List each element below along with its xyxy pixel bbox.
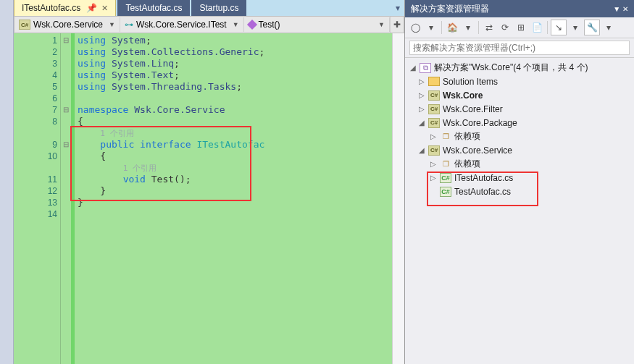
expand-toggle[interactable]: ▷ (430, 132, 437, 140)
split-editor-button[interactable]: ✚ (390, 17, 404, 33)
tab-startup[interactable]: Startup.cs (191, 0, 246, 17)
tab-label: Startup.cs (199, 3, 238, 13)
properties-button[interactable]: ▾ (568, 20, 583, 35)
project-node-filter[interactable]: ▷ C# Wsk.Core.Filter (406, 102, 633, 116)
node-label: 依赖项 (454, 130, 480, 143)
document-tabs: ITestAutofac.cs 📌 ✕ TestAutofac.cs Start… (14, 0, 404, 16)
expand-toggle[interactable]: ▷ (418, 77, 425, 85)
sync-button[interactable]: ⇄ (482, 20, 496, 35)
csharp-project-icon: C# (19, 20, 30, 30)
csharp-project-icon: C# (428, 90, 440, 101)
expand-toggle[interactable]: ◢ (418, 146, 425, 154)
show-all-button[interactable]: 📄 (530, 20, 544, 35)
dependencies-node[interactable]: ▷ ❒ 依赖项 (406, 130, 633, 143)
line-number-gutter: 123 456 78 910 111213 14 (14, 33, 61, 364)
panel-title-bar[interactable]: 解决方案资源管理器 ▼ ✕ (405, 0, 634, 17)
switch-view-button[interactable]: ▾ (461, 20, 475, 35)
solution-explorer: 解决方案资源管理器 ▼ ✕ ◯ ▾ 🏠 ▾ ⇄ ⟳ ⊞ 📄 ↘ ▾ 🔧 ▾ ◢ (404, 0, 634, 364)
method-icon (247, 20, 257, 30)
crumb-type[interactable]: ⊶ Wsk.Core.Service.ITest ▼ (120, 17, 244, 32)
dependencies-icon: ❒ (440, 159, 451, 169)
expand-toggle[interactable]: ◢ (409, 64, 417, 72)
navigation-bar: C# Wsk.Core.Service ▼ ⊶ Wsk.Core.Service… (14, 16, 404, 33)
node-label: ITestAutofac.cs (454, 173, 513, 183)
left-sidebar-strip[interactable] (0, 0, 14, 364)
collapse-all-button[interactable]: ↘ (551, 20, 567, 35)
chevron-down-icon: ▼ (109, 21, 115, 28)
csharp-project-icon: C# (428, 118, 440, 128)
node-label: Wsk.Core.Service (443, 145, 512, 156)
project-node-wskcore[interactable]: ▷ C# Wsk.Core (406, 88, 633, 102)
crumb-label: Test() (259, 20, 280, 30)
folder-node[interactable]: ▷ Solution Items (406, 75, 633, 88)
filter-toggle-button[interactable]: ⊞ (514, 20, 528, 35)
node-label: Wsk.Core.Filter (443, 104, 503, 114)
editor-pane: ITestAutofac.cs 📌 ✕ TestAutofac.cs Start… (14, 0, 404, 364)
csharp-file-icon: C# (440, 173, 451, 183)
panel-menu-icon[interactable]: ▼ ✕ (613, 5, 628, 13)
panel-title: 解决方案资源管理器 (411, 3, 489, 15)
crumb-member[interactable]: Test() ▼ (244, 17, 390, 32)
tab-itestautofac[interactable]: ITestAutofac.cs 📌 ✕ (14, 0, 116, 17)
home-button[interactable]: 🏠 (445, 20, 459, 35)
code-editor[interactable]: 123 456 78 910 111213 14 ⊟ ⊟⊟ using Syst… (14, 33, 404, 364)
code-text[interactable]: using System; using System.Collections.G… (75, 33, 404, 364)
folder-icon (428, 77, 440, 86)
node-label: TestAutofac.cs (454, 187, 511, 197)
fold-gutter[interactable]: ⊟ ⊟⊟ (61, 33, 71, 364)
expand-toggle[interactable]: ▷ (430, 174, 437, 182)
expand-toggle[interactable]: ▷ (418, 105, 425, 113)
crumb-label: Wsk.Core.Service.ITest (136, 20, 227, 30)
node-label: 依赖项 (454, 158, 480, 170)
crumb-label: Wsk.Core.Service (33, 20, 103, 30)
pin-icon[interactable]: 📌 (86, 3, 97, 13)
solution-tree[interactable]: ◢ ⧉ 解决方案"Wsk.Core"(4 个项目，共 4 个) ▷ Soluti… (405, 58, 634, 364)
solution-node[interactable]: ◢ ⧉ 解决方案"Wsk.Core"(4 个项目，共 4 个) (406, 61, 633, 75)
crumb-project[interactable]: C# Wsk.Core.Service ▼ (14, 17, 120, 32)
overview-scrollbar[interactable] (392, 33, 404, 364)
expand-toggle[interactable]: ▷ (430, 160, 437, 168)
interface-icon: ⊶ (125, 20, 133, 30)
csharp-project-icon: C# (428, 145, 440, 156)
expand-toggle[interactable]: ▷ (418, 91, 425, 99)
expand-toggle[interactable]: ◢ (418, 119, 425, 127)
dependencies-node[interactable]: ▷ ❒ 依赖项 (406, 157, 633, 171)
forward-button[interactable]: ▾ (424, 20, 438, 35)
node-label: Solution Items (443, 77, 498, 87)
tab-label: ITestAutofac.cs (22, 3, 80, 13)
more-button[interactable]: ▾ (601, 20, 616, 35)
refresh-button[interactable]: ⟳ (498, 20, 512, 35)
node-label: Wsk.Core (443, 90, 483, 101)
panel-toolbar: ◯ ▾ 🏠 ▾ ⇄ ⟳ ⊞ 📄 ↘ ▾ 🔧 ▾ (405, 17, 634, 38)
tab-testautofac[interactable]: TestAutofac.cs (117, 0, 190, 17)
project-node-service[interactable]: ◢ C# Wsk.Core.Service (406, 143, 633, 157)
back-button[interactable]: ◯ (408, 20, 422, 35)
search-input[interactable] (409, 41, 630, 55)
chevron-down-icon: ▼ (378, 21, 385, 28)
csharp-file-icon: C# (440, 187, 451, 197)
panel-search (405, 38, 634, 58)
tab-overflow-icon[interactable]: ▾ (391, 3, 404, 13)
dependencies-icon: ❒ (440, 132, 451, 142)
preview-button[interactable]: 🔧 (584, 20, 600, 35)
close-icon[interactable]: ✕ (101, 4, 108, 13)
chevron-down-icon: ▼ (233, 21, 239, 28)
node-label: 解决方案"Wsk.Core"(4 个项目，共 4 个) (434, 62, 588, 74)
csharp-project-icon: C# (428, 104, 440, 114)
file-node-testautofac[interactable]: ▷ C# TestAutofac.cs (406, 185, 633, 198)
solution-icon: ⧉ (420, 63, 431, 73)
project-node-package[interactable]: ◢ C# Wsk.Core.Package (406, 116, 633, 130)
node-label: Wsk.Core.Package (443, 118, 517, 128)
tab-label: TestAutofac.cs (125, 3, 182, 13)
file-node-itestautofac[interactable]: ▷ C# ITestAutofac.cs (406, 171, 633, 185)
